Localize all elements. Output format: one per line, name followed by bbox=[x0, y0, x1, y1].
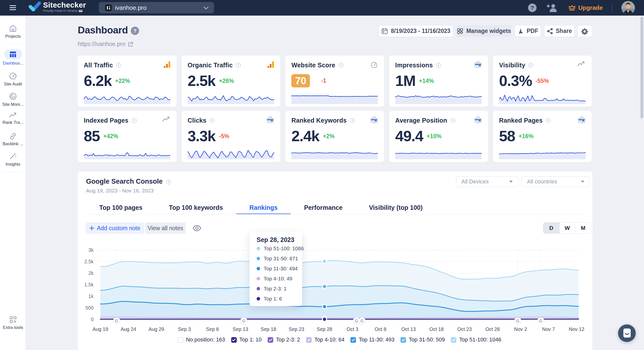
tab-rankings[interactable]: Rankings bbox=[236, 201, 291, 214]
checkbox-checked[interactable] bbox=[350, 337, 356, 343]
project-url-link[interactable]: https://ivanhoe.pro bbox=[78, 41, 133, 47]
granularity-w[interactable]: W bbox=[559, 223, 575, 233]
info-icon[interactable]: i bbox=[339, 63, 343, 68]
card-value: 6.2k bbox=[84, 74, 112, 88]
google-update-marker[interactable]: G bbox=[537, 318, 544, 324]
tooltip-item: Top 4-10: 49 bbox=[257, 274, 302, 284]
tab-top-100-pages[interactable]: Top 100 pages bbox=[86, 201, 156, 214]
svg-text:G: G bbox=[516, 319, 519, 323]
settings-gear-icon[interactable] bbox=[577, 25, 592, 37]
sidebar-item-site-audit[interactable]: Site Audit bbox=[0, 72, 26, 87]
sidebar-divider bbox=[3, 172, 23, 172]
toggle-notes-eye-icon[interactable] bbox=[191, 224, 203, 233]
gsc-info-icon[interactable]: i bbox=[166, 180, 171, 184]
scrollbar-thumb[interactable] bbox=[640, 17, 643, 118]
sparkline bbox=[188, 148, 274, 159]
sidebar-item-rank-tracker[interactable]: Rank Tra... bbox=[0, 112, 26, 125]
google-update-marker[interactable]: G bbox=[113, 318, 120, 324]
granularity-d[interactable]: D bbox=[543, 223, 559, 233]
card-icon bbox=[578, 116, 585, 123]
tab-visibility-top-100[interactable]: Visibility (top 100) bbox=[356, 201, 436, 214]
share-icon bbox=[547, 28, 553, 34]
view-all-notes-button[interactable]: View all notes bbox=[145, 222, 186, 234]
card-organic-traffic: Organic Traffici2.5k+26% bbox=[182, 56, 280, 107]
card-value: 2.4k bbox=[291, 129, 319, 143]
granularity-m[interactable]: M bbox=[575, 223, 591, 233]
chat-widget-button[interactable] bbox=[618, 324, 636, 342]
svg-text:Nov 7: Nov 7 bbox=[542, 326, 555, 332]
svg-text:Aug 29: Aug 29 bbox=[149, 326, 164, 332]
google-update-marker[interactable]: G bbox=[514, 318, 521, 324]
legend-top-2-3[interactable]: Top 2-3: 2 bbox=[268, 337, 300, 343]
card-icon bbox=[370, 61, 378, 69]
project-selector[interactable]: ivanhoe.pro bbox=[99, 2, 214, 13]
sidebar-item-projects[interactable]: Projects bbox=[0, 24, 26, 39]
upgrade-button[interactable]: Upgrade bbox=[568, 4, 603, 12]
sidebar-item-backlink[interactable]: Backlink ... bbox=[0, 132, 26, 146]
title-help-icon[interactable]: ? bbox=[131, 27, 139, 35]
checkbox-checked[interactable] bbox=[268, 337, 273, 343]
google-update-marker[interactable]: G bbox=[240, 318, 247, 324]
info-icon[interactable]: i bbox=[350, 118, 355, 123]
rankings-chart[interactable]: 05001k1.5k2k2.5k3kAug 19Aug 24Aug 29Sep … bbox=[78, 239, 592, 350]
legend-top-1[interactable]: Top 1: 10 bbox=[231, 337, 262, 343]
sidebar-item-site-monitoring[interactable]: Site Moni... bbox=[0, 92, 26, 107]
svg-text:Nov 12: Nov 12 bbox=[569, 326, 584, 332]
tooltip-item: Top 11-30: 494 bbox=[257, 264, 302, 274]
user-avatar[interactable] bbox=[621, 1, 635, 15]
info-icon[interactable]: i bbox=[546, 118, 551, 123]
checkbox-unchecked[interactable] bbox=[178, 337, 183, 343]
gauge-icon bbox=[0, 72, 26, 80]
add-custom-note-button[interactable]: Add custom note bbox=[86, 222, 144, 234]
share-button[interactable]: Share bbox=[544, 25, 575, 37]
topbar-divider bbox=[612, 3, 612, 13]
sidebar-item-dashboard[interactable]: Dashboa... bbox=[0, 49, 26, 66]
brand-tagline: Proudly made in Ukraine bbox=[43, 9, 77, 13]
checkbox-checked[interactable] bbox=[231, 337, 237, 343]
tab-performance[interactable]: Performance bbox=[291, 201, 356, 214]
checkbox-checked[interactable] bbox=[400, 337, 406, 343]
card-value: 1M bbox=[395, 74, 415, 88]
external-link-icon bbox=[128, 41, 133, 47]
legend-top-11-30[interactable]: Top 11-30: 493 bbox=[350, 337, 394, 343]
menu-icon[interactable] bbox=[10, 4, 16, 11]
invite-user-icon[interactable] bbox=[547, 4, 557, 12]
card-title: Organic Traffic bbox=[188, 62, 233, 69]
sidebar-item-extra-tools[interactable]: Extra tools bbox=[0, 316, 26, 330]
legend-top-51-100[interactable]: Top 51-100: 1046 bbox=[451, 337, 501, 343]
tooltip-item: Top 51-100: 1086 bbox=[257, 243, 302, 254]
svg-text:G: G bbox=[242, 319, 245, 323]
sidebar-item-insights[interactable]: Insights bbox=[0, 152, 26, 167]
monitoring-icon bbox=[0, 92, 26, 101]
pdf-export-button[interactable]: PDF bbox=[515, 25, 541, 37]
legend-top-4-10[interactable]: Top 4-10: 64 bbox=[306, 337, 345, 343]
card-value: 3.3k bbox=[188, 129, 216, 143]
checkbox-checked[interactable] bbox=[451, 337, 456, 343]
info-icon[interactable]: i bbox=[210, 118, 215, 123]
tab-top-100-keywords[interactable]: Top 100 keywords bbox=[156, 201, 236, 214]
tooltip-item: Top 31-50: 871 bbox=[257, 254, 302, 264]
legend-no-position[interactable]: No position: 163 bbox=[178, 337, 225, 343]
checkbox-checked[interactable] bbox=[306, 337, 312, 343]
card-delta: +10% bbox=[427, 133, 441, 140]
info-icon[interactable]: i bbox=[132, 118, 137, 123]
info-icon[interactable]: i bbox=[436, 63, 441, 68]
manage-widgets-button[interactable]: Manage widgets bbox=[456, 25, 512, 37]
google-update-marker[interactable]: G bbox=[359, 318, 366, 324]
info-icon[interactable]: i bbox=[116, 63, 121, 68]
plus-icon bbox=[89, 226, 94, 231]
countries-dropdown[interactable]: All countries bbox=[522, 176, 590, 187]
brand-logo[interactable]: Sitechecker Proudly made in Ukraine bbox=[28, 1, 86, 13]
project-favicon bbox=[105, 5, 112, 11]
card-average-position: Average Positioni49.4+10% bbox=[389, 111, 488, 162]
card-ranked-pages: Ranked Pagesi58+16% bbox=[493, 111, 592, 162]
info-icon[interactable]: i bbox=[451, 118, 455, 123]
info-icon[interactable]: i bbox=[529, 63, 533, 68]
devices-dropdown[interactable]: All Devices bbox=[456, 176, 518, 187]
home-icon bbox=[0, 24, 26, 32]
info-icon[interactable]: i bbox=[236, 63, 241, 68]
sparkline bbox=[188, 92, 274, 104]
help-icon[interactable]: ? bbox=[528, 4, 537, 12]
legend-top-31-50[interactable]: Top 31-50: 509 bbox=[400, 337, 445, 343]
date-range-picker[interactable]: 8/19/2023 - 11/16/2023 bbox=[379, 25, 453, 37]
